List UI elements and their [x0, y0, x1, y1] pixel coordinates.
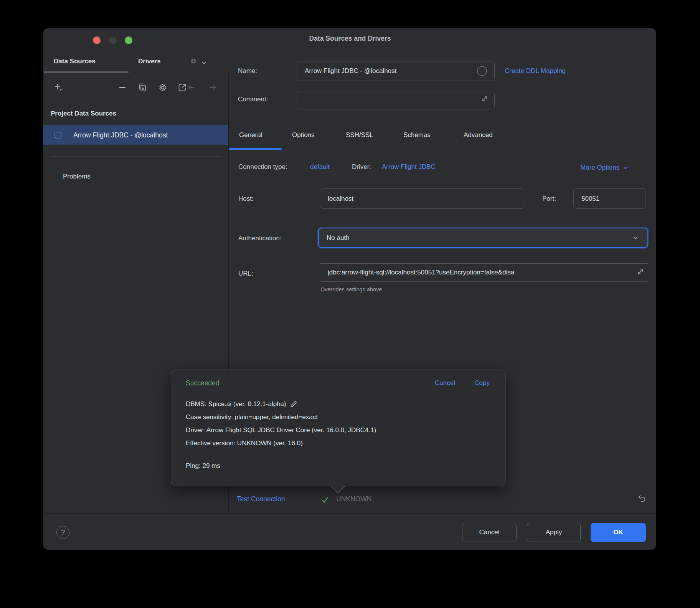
tab-overflow-chevron-down-icon[interactable]	[200, 59, 208, 67]
authentication-select[interactable]: No auth	[318, 228, 648, 248]
comment-input[interactable]	[297, 91, 495, 109]
project-data-sources-header: Project Data Sources	[51, 110, 116, 117]
add-data-source-button[interactable]	[53, 83, 63, 93]
name-input-value: Arrow Flight JDBC - @localhost	[305, 67, 396, 75]
help-button[interactable]: ?	[56, 526, 69, 539]
edit-pencil-icon[interactable]	[289, 400, 298, 408]
authentication-label: Authentication:	[238, 235, 281, 242]
data-source-icon	[53, 131, 63, 140]
test-connection-popup: Succeeded Cancel Copy DBMS: Spice.ai (ve…	[171, 370, 505, 486]
form-tabs-divider	[228, 150, 656, 150]
tab-options[interactable]: Options	[292, 131, 315, 139]
tab-ssh-ssl[interactable]: SSH/SSL	[346, 131, 373, 139]
tab-general[interactable]: General	[239, 131, 262, 139]
popup-ping: Ping: 29 ms	[186, 462, 220, 470]
url-note: Overrides settings above	[320, 286, 382, 292]
data-source-item-label: Arrow Flight JDBC - @localhost	[73, 131, 168, 139]
back-arrow-icon[interactable]	[187, 83, 196, 93]
more-options-link[interactable]: More Options	[580, 163, 629, 172]
popup-notch	[331, 479, 345, 494]
tab-ddl-truncated[interactable]: D	[191, 58, 196, 65]
active-tab-underline	[44, 71, 129, 73]
test-result-badge: UNKNOWN	[336, 495, 371, 503]
undo-icon[interactable]	[636, 494, 647, 504]
host-input[interactable]: localhost	[320, 188, 524, 209]
port-input[interactable]: 50051	[573, 188, 646, 209]
test-bar-divider	[228, 485, 656, 485]
url-input-value: jdbc:arrow-flight-sql://localhost:50051?…	[328, 269, 514, 276]
tab-advanced[interactable]: Advanced	[464, 131, 493, 139]
tab-schemas[interactable]: Schemas	[403, 131, 431, 139]
success-check-icon	[320, 495, 330, 504]
open-in-new-window-icon[interactable]	[177, 83, 187, 93]
progress-spinner-icon	[477, 66, 487, 76]
more-options-label: More Options	[580, 164, 619, 172]
popup-line-case-sensitivity: Case sensitivity: plain=upper, delimited…	[186, 411, 376, 424]
cancel-button[interactable]: Cancel	[462, 523, 517, 542]
window-title: Data Sources and Drivers	[43, 35, 656, 43]
driver-label: Driver:	[352, 163, 371, 171]
sidebar-item-problems[interactable]: Problems	[63, 173, 91, 180]
connection-type-label: Connection type:	[238, 163, 287, 171]
tab-data-sources[interactable]: Data Sources	[54, 58, 96, 65]
authentication-select-value: No auth	[327, 234, 350, 242]
url-label: URL:	[238, 270, 253, 278]
active-form-tab-underline	[229, 148, 282, 150]
port-label: Port:	[542, 195, 556, 203]
tabbar-divider	[43, 73, 228, 73]
name-label: Name:	[238, 67, 257, 75]
expand-url-icon[interactable]	[636, 267, 645, 276]
tab-drivers[interactable]: Drivers	[138, 58, 161, 65]
data-sources-dialog: Data Sources and Drivers Data Sources Dr…	[43, 28, 656, 550]
url-input[interactable]: jdbc:arrow-flight-sql://localhost:50051?…	[320, 263, 648, 282]
comment-label: Comment:	[238, 96, 268, 103]
data-source-list-item-selected[interactable]: Arrow Flight JDBC - @localhost	[43, 125, 228, 145]
popup-status: Succeeded	[186, 379, 220, 387]
gear-icon[interactable]	[158, 83, 168, 93]
host-label: Host:	[238, 195, 254, 203]
test-connection-link[interactable]: Test Connection	[237, 495, 285, 503]
popup-dbms-text: DBMS: Spice.ai (ver. 0.12.1-alpha)	[186, 398, 286, 411]
expand-comment-icon[interactable]	[480, 94, 489, 103]
host-input-value: localhost	[328, 195, 353, 203]
popup-cancel-link[interactable]: Cancel	[435, 379, 455, 387]
duplicate-icon[interactable]	[138, 83, 148, 93]
name-input[interactable]: Arrow Flight JDBC - @localhost	[297, 61, 495, 81]
driver-value-link[interactable]: Arrow Flight JDBC	[382, 163, 436, 171]
footer-divider	[43, 513, 656, 514]
remove-data-source-button[interactable]	[117, 83, 127, 93]
help-question-mark: ?	[61, 529, 65, 537]
authentication-chevron-down-icon	[631, 234, 640, 242]
popup-line-dbms: DBMS: Spice.ai (ver. 0.12.1-alpha)	[186, 398, 376, 411]
create-ddl-mapping-link[interactable]: Create DDL Mapping	[505, 67, 566, 75]
connection-type-value-link[interactable]: default	[310, 163, 330, 171]
popup-copy-link[interactable]: Copy	[474, 379, 490, 387]
popup-line-effective-version: Effective version: UNKNOWN (ver. 16.0)	[186, 437, 376, 450]
ok-button[interactable]: OK	[591, 523, 646, 542]
port-input-value: 50051	[581, 195, 599, 203]
forward-arrow-icon[interactable]	[208, 83, 218, 93]
sidebar-divider	[51, 156, 221, 157]
apply-button[interactable]: Apply	[527, 523, 581, 542]
more-options-chevron-down-icon	[622, 164, 629, 172]
popup-line-driver: Driver: Arrow Flight SQL JDBC Driver Cor…	[186, 424, 376, 437]
